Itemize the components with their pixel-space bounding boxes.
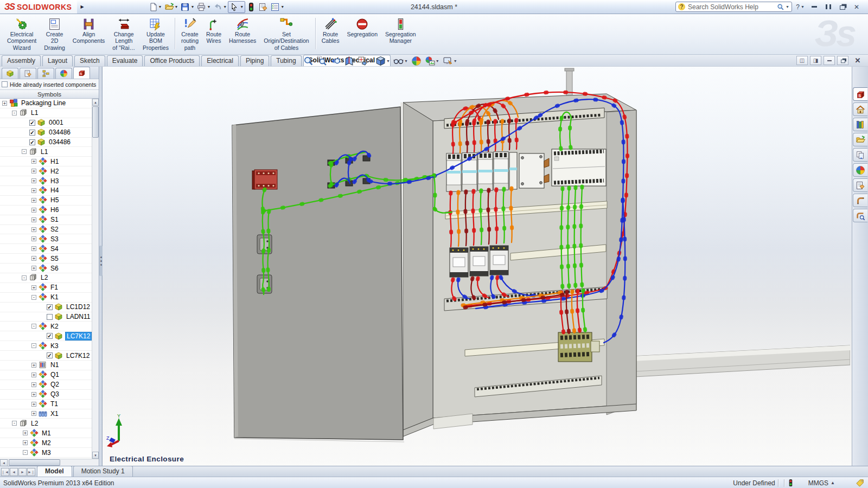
visibility-checkbox[interactable]: ✓ bbox=[47, 333, 53, 339]
appearances-button[interactable] bbox=[853, 163, 867, 177]
tree-item-ladn11[interactable]: LADN11 bbox=[0, 312, 92, 322]
collapse-icon[interactable]: - bbox=[22, 149, 27, 154]
tab-sketch[interactable]: Sketch bbox=[74, 55, 105, 66]
tag-icon[interactable] bbox=[856, 478, 865, 487]
tree-item-x1[interactable]: +X1 bbox=[0, 409, 92, 419]
expand-icon[interactable]: + bbox=[31, 208, 36, 213]
tree-item-k1[interactable]: -K1 bbox=[0, 293, 92, 303]
contactor-group[interactable] bbox=[450, 246, 508, 277]
scroll-up-icon[interactable]: ▲ bbox=[92, 99, 99, 106]
tree-item-q1[interactable]: +Q1 bbox=[0, 370, 92, 380]
minimize-button[interactable] bbox=[808, 2, 820, 12]
save-button[interactable]: ▼ bbox=[179, 1, 195, 13]
tree-item-s2[interactable]: +S2 bbox=[0, 225, 92, 235]
help-search-input[interactable]: ? Search SolidWorks Help ▼ bbox=[675, 2, 792, 12]
apply-scene-button[interactable]: ▼ bbox=[423, 55, 441, 67]
solidworks-resources-button[interactable]: S bbox=[853, 87, 867, 101]
enclosure-3d-model[interactable] bbox=[103, 67, 850, 466]
prev-tab-icon[interactable]: ◄ bbox=[10, 468, 18, 476]
tree-item-f1[interactable]: +F1 bbox=[0, 283, 92, 293]
tree-horizontal-scrollbar[interactable]: ◄ bbox=[0, 459, 99, 466]
tree-item-h3[interactable]: +H3 bbox=[0, 176, 92, 186]
visibility-checkbox[interactable]: ✓ bbox=[29, 120, 35, 126]
expand-icon[interactable]: + bbox=[23, 431, 28, 435]
expand-icon[interactable]: + bbox=[31, 227, 36, 232]
section-view-button[interactable] bbox=[342, 55, 356, 67]
routing-library-button[interactable] bbox=[853, 194, 867, 207]
route-harnesses-button[interactable]: RouteHarnesses bbox=[225, 15, 260, 52]
search-dropdown-icon[interactable]: ▼ bbox=[786, 5, 789, 9]
segregation-manager-button[interactable]: SegregationManager bbox=[381, 15, 420, 52]
tree-item-k2[interactable]: -K2 bbox=[0, 322, 92, 331]
tree-item-l2[interactable]: -L2 bbox=[0, 273, 92, 283]
pane-right-button[interactable]: ◨ bbox=[810, 56, 821, 65]
tab-assembly[interactable]: Assembly bbox=[2, 55, 41, 66]
visibility-checkbox[interactable]: ✓ bbox=[29, 139, 35, 145]
cabinet-door[interactable] bbox=[232, 107, 404, 442]
tab-tubing[interactable]: Tubing bbox=[271, 55, 301, 66]
design-library-button[interactable] bbox=[853, 118, 867, 131]
view-settings-button[interactable]: ▼ bbox=[441, 55, 459, 67]
electrical-manager-tab[interactable]: S bbox=[73, 67, 90, 79]
tab-office-products[interactable]: Office Products bbox=[144, 55, 200, 66]
expand-icon[interactable]: + bbox=[31, 198, 36, 203]
create-routing-path-button[interactable]: Createroutingpath bbox=[177, 15, 202, 52]
expand-icon[interactable]: + bbox=[31, 382, 36, 387]
symbols-tab[interactable] bbox=[2, 68, 18, 79]
zoom-to-area-button[interactable] bbox=[315, 55, 329, 67]
hide-inserted-checkbox[interactable] bbox=[2, 81, 8, 87]
expand-icon[interactable]: + bbox=[31, 285, 36, 290]
file-explorer-button[interactable] bbox=[853, 133, 867, 146]
properties-tab[interactable] bbox=[20, 68, 36, 79]
tree-item-m1[interactable]: +M1 bbox=[0, 428, 92, 438]
graphics-viewport[interactable]: Y Z Electrical Enclosure bbox=[103, 67, 852, 466]
close-button[interactable]: ✕ bbox=[851, 2, 863, 12]
tree-item-0001[interactable]: ✓0001 bbox=[0, 118, 92, 128]
edit-properties-button[interactable] bbox=[257, 1, 269, 13]
set-origin-destination-button[interactable]: SetOrigin/Destinationof Cables bbox=[260, 15, 312, 52]
restore-button[interactable] bbox=[822, 2, 834, 12]
cascade-button[interactable] bbox=[837, 2, 848, 12]
pane-left-button[interactable]: ◫ bbox=[796, 56, 808, 65]
tree-item-lc1d12[interactable]: ✓LC1D12 bbox=[0, 303, 92, 312]
hide-show-items-button[interactable]: ▼ bbox=[392, 55, 410, 67]
tab-layout[interactable]: Layout bbox=[42, 55, 73, 66]
first-tab-icon[interactable]: ❘◄ bbox=[1, 468, 9, 476]
tab-evaluate[interactable]: Evaluate bbox=[107, 55, 143, 66]
expand-icon[interactable]: + bbox=[31, 236, 36, 241]
expand-icon[interactable]: + bbox=[31, 159, 36, 164]
tree-item-s1[interactable]: +S1 bbox=[0, 215, 92, 225]
collapse-icon[interactable]: - bbox=[31, 343, 36, 348]
tree-item-q2[interactable]: +Q2 bbox=[0, 380, 92, 390]
expand-icon[interactable]: + bbox=[2, 101, 7, 106]
tree-item-n1[interactable]: +N1 bbox=[0, 361, 92, 370]
expand-icon[interactable]: + bbox=[31, 402, 36, 407]
collapse-icon[interactable]: - bbox=[12, 111, 17, 115]
doc-tab-motion-study-1[interactable]: Motion Study 1 bbox=[73, 466, 133, 477]
zoom-to-fit-button[interactable] bbox=[302, 55, 315, 67]
expand-icon[interactable]: + bbox=[31, 256, 36, 261]
tree-item-h4[interactable]: +H4 bbox=[0, 186, 92, 196]
expand-icon[interactable]: + bbox=[31, 363, 36, 368]
tree-item-h5[interactable]: +H5 bbox=[0, 196, 92, 206]
tab-piping[interactable]: Piping bbox=[240, 55, 269, 66]
align-components-button[interactable]: AlignComponents bbox=[69, 15, 109, 52]
doc-restore-button[interactable] bbox=[837, 56, 848, 65]
tree-item-q3[interactable]: +Q3 bbox=[0, 390, 92, 400]
visibility-checkbox[interactable]: ✓ bbox=[47, 352, 53, 358]
last-tab-icon[interactable]: ►❘ bbox=[27, 468, 35, 476]
previous-view-button[interactable] bbox=[329, 55, 342, 67]
status-lights-icon[interactable] bbox=[787, 479, 794, 487]
doc-minimize-button[interactable] bbox=[824, 56, 835, 65]
visibility-checkbox[interactable]: ✓ bbox=[47, 304, 53, 310]
expand-icon[interactable]: + bbox=[31, 392, 36, 397]
open-button[interactable]: ▼ bbox=[163, 1, 180, 13]
view-orientation-button[interactable]: ▼ bbox=[356, 55, 374, 67]
tree-item-h6[interactable]: +H6 bbox=[0, 206, 92, 215]
expand-icon[interactable]: + bbox=[31, 217, 36, 222]
tree-item-packaging-line[interactable]: +Packaging Line bbox=[0, 99, 92, 108]
expand-icon[interactable]: + bbox=[31, 373, 36, 377]
circuit-breakers[interactable] bbox=[446, 152, 517, 191]
edit-appearance-button[interactable] bbox=[410, 55, 423, 67]
tree-item-lc7k12[interactable]: ✓LC7K12 bbox=[0, 351, 92, 361]
